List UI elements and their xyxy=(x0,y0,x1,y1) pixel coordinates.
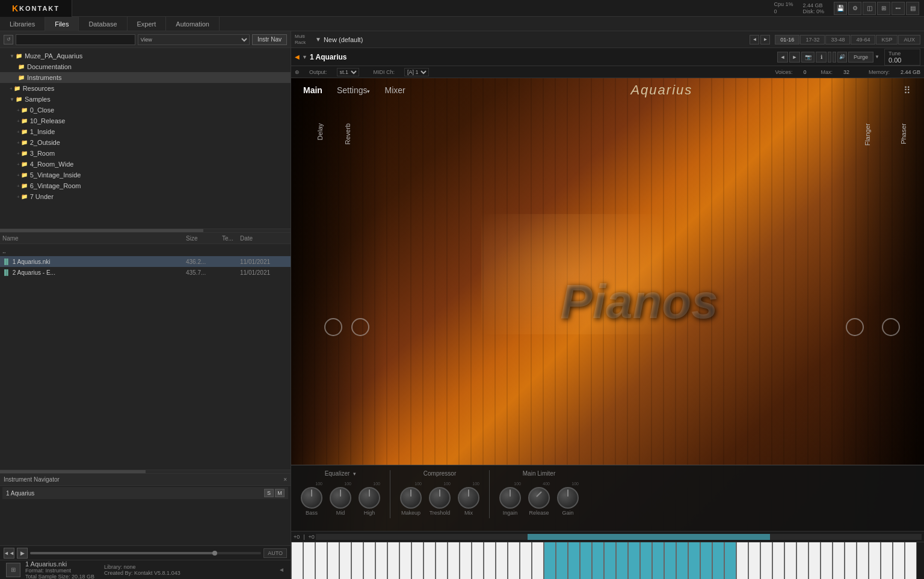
white-key-19[interactable] xyxy=(520,542,532,579)
instrument-nav-close[interactable]: × xyxy=(283,476,287,483)
white-key-14[interactable] xyxy=(460,542,472,579)
white-key-42[interactable] xyxy=(796,542,808,579)
mid-knob[interactable] xyxy=(330,487,351,509)
purge-arrow[interactable]: ▼ xyxy=(875,54,879,60)
white-key-20[interactable] xyxy=(532,542,544,579)
inst-vol-icon[interactable]: 🔊 xyxy=(837,52,847,63)
settings-nav-item[interactable]: Settings▾ xyxy=(337,85,371,95)
white-key-47[interactable] xyxy=(857,542,869,579)
white-key-17[interactable] xyxy=(496,542,508,579)
white-key-51[interactable] xyxy=(905,542,917,579)
white-key-6[interactable] xyxy=(363,542,375,579)
bass-knob[interactable] xyxy=(301,487,322,509)
tree-item-samples[interactable]: ▼ 📁 Samples xyxy=(0,94,291,105)
inst-camera-icon[interactable]: 📷 xyxy=(801,52,815,63)
white-key-1[interactable] xyxy=(303,542,315,579)
rack-section-aux[interactable]: AUX xyxy=(898,35,920,44)
purge-button[interactable]: Purge xyxy=(848,52,873,63)
mixer-nav-item[interactable]: Mixer xyxy=(384,85,405,95)
white-key-36[interactable] xyxy=(724,542,736,579)
mute-button[interactable]: M xyxy=(275,489,285,497)
white-key-32[interactable] xyxy=(676,542,688,579)
white-key-15[interactable] xyxy=(472,542,484,579)
tree-item-muze[interactable]: ▼ 📁 Muze_PA_Aquarius xyxy=(0,51,291,61)
instrument-list-item[interactable]: 1 Aquarius S M xyxy=(2,487,288,499)
white-key-31[interactable] xyxy=(664,542,676,579)
extra-icon[interactable]: ▪▪▪ xyxy=(892,2,905,15)
file-search-input[interactable] xyxy=(16,34,135,45)
status-expand[interactable]: ◄ xyxy=(279,566,285,573)
white-key-8[interactable] xyxy=(387,542,399,579)
white-key-9[interactable] xyxy=(399,542,411,579)
white-key-33[interactable] xyxy=(688,542,700,579)
white-key-24[interactable] xyxy=(580,542,592,579)
rack-section-0116[interactable]: 01-16 xyxy=(775,35,799,44)
treshold-knob[interactable] xyxy=(429,487,451,509)
white-key-35[interactable] xyxy=(712,542,724,579)
white-key-27[interactable] xyxy=(616,542,628,579)
octave-up[interactable]: +0 xyxy=(309,534,315,540)
white-key-50[interactable] xyxy=(893,542,905,579)
playback-slider[interactable] xyxy=(30,552,261,554)
tune-value[interactable]: 0.00 xyxy=(889,57,916,64)
white-key-12[interactable] xyxy=(436,542,448,579)
rack-nav-left[interactable]: ◄ xyxy=(750,35,759,44)
white-key-29[interactable] xyxy=(640,542,652,579)
rack-section-4964[interactable]: 49-64 xyxy=(851,35,875,44)
gain-knob[interactable] xyxy=(557,487,579,509)
phaser-knob[interactable] xyxy=(882,318,900,336)
white-key-7[interactable] xyxy=(375,542,387,579)
file-row[interactable]: ▐▌ 2 Aquarius - E... 435.7... 11/01/2021 xyxy=(0,267,291,278)
ingain-knob[interactable] xyxy=(499,487,521,509)
white-key-4[interactable] xyxy=(339,542,351,579)
white-key-34[interactable] xyxy=(700,542,712,579)
white-key-18[interactable] xyxy=(508,542,520,579)
tree-item-4roomwide[interactable]: + 📁 4_Room_Wide xyxy=(0,159,291,170)
white-key-2[interactable] xyxy=(315,542,327,579)
tree-item-7under[interactable]: + 📁 7 Under xyxy=(0,191,291,202)
auto-button[interactable]: AUTO xyxy=(263,548,287,558)
white-key-38[interactable] xyxy=(748,542,760,579)
prev-button[interactable]: ◄◄ xyxy=(4,548,14,559)
reverb-knob[interactable] xyxy=(351,318,369,336)
view-icon[interactable]: ◫ xyxy=(863,2,876,15)
white-key-22[interactable] xyxy=(556,542,568,579)
white-key-37[interactable] xyxy=(736,542,748,579)
view-select[interactable]: View xyxy=(138,34,250,45)
white-key-21[interactable] xyxy=(544,542,556,579)
octave-down[interactable]: +0 xyxy=(294,534,300,540)
multi-icon[interactable]: ⊞ xyxy=(877,2,890,15)
white-key-10[interactable] xyxy=(411,542,424,579)
white-key-48[interactable] xyxy=(869,542,881,579)
tree-item-instruments[interactable]: 📁 Instruments xyxy=(0,72,291,83)
midi-select[interactable]: [A] 1 xyxy=(404,68,429,76)
tab-automation[interactable]: Automation xyxy=(166,17,220,31)
file-parent-row[interactable]: .. xyxy=(0,245,291,256)
tree-item-resources[interactable]: + 📁 Resources xyxy=(0,83,291,94)
white-key-41[interactable] xyxy=(784,542,796,579)
tree-item-3room[interactable]: + 📁 3_Room xyxy=(0,148,291,159)
rack-nav-right[interactable]: ► xyxy=(760,35,770,44)
tab-expert[interactable]: Expert xyxy=(128,17,167,31)
tree-item-0close[interactable]: + 📁 0_Close xyxy=(0,105,291,115)
white-key-30[interactable] xyxy=(652,542,664,579)
output-select[interactable]: st.1 xyxy=(337,68,359,76)
refresh-icon[interactable]: ↺ xyxy=(4,35,13,44)
white-key-46[interactable] xyxy=(845,542,857,579)
rack-preset-arrow[interactable]: ▼ xyxy=(315,36,321,43)
inst-nav-right[interactable]: ► xyxy=(789,52,800,63)
white-key-5[interactable] xyxy=(351,542,363,579)
white-key-0[interactable] xyxy=(291,542,303,579)
inst-power-icon[interactable]: ◀ xyxy=(295,54,300,60)
save-icon[interactable]: 💾 xyxy=(834,2,847,15)
file-row[interactable]: ▐▌ 1 Aquarius.nki 436.2... 11/01/2021 xyxy=(0,256,291,267)
white-key-44[interactable] xyxy=(821,542,833,579)
panel-icon[interactable]: ▤ xyxy=(906,2,919,15)
rack-preset-name[interactable]: New (default) xyxy=(324,36,750,43)
tab-database[interactable]: Database xyxy=(79,17,127,31)
instr-nav-button[interactable]: Instr Nav xyxy=(252,34,287,45)
white-key-11[interactable] xyxy=(424,542,436,579)
white-key-26[interactable] xyxy=(604,542,616,579)
white-key-16[interactable] xyxy=(484,542,496,579)
white-key-25[interactable] xyxy=(592,542,604,579)
